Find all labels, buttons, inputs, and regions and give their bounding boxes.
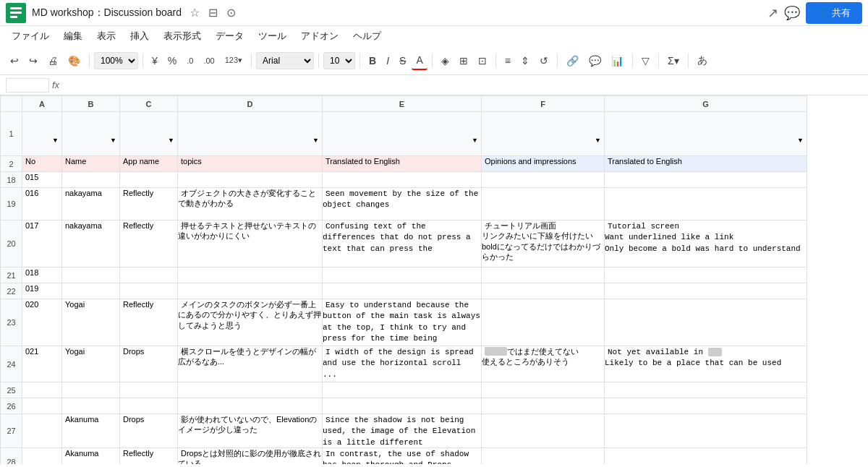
cell-d18[interactable] <box>178 172 323 188</box>
filter-icon-e1[interactable]: ▼ <box>472 137 478 144</box>
print-button[interactable]: 🖨 <box>43 52 62 69</box>
cell-c1[interactable]: ▼ <box>120 112 178 156</box>
text-rotate-button[interactable]: ↺ <box>535 52 553 69</box>
menu-addons[interactable]: アドオン <box>295 28 344 44</box>
zoom-select[interactable]: 100% <box>94 52 138 69</box>
percent-button[interactable]: % <box>163 52 181 69</box>
cell-e1[interactable]: ▼ <box>323 112 482 156</box>
menu-insert[interactable]: 挿入 <box>124 28 155 44</box>
bold-button[interactable]: B <box>365 52 380 69</box>
cell-c25[interactable] <box>120 382 178 398</box>
history-icon[interactable]: ⊙ <box>226 6 236 20</box>
filter-icon-g1[interactable]: ▼ <box>797 137 804 144</box>
menu-data[interactable]: データ <box>210 28 250 44</box>
cell-e25[interactable] <box>323 382 482 398</box>
paint-format-button[interactable]: 🎨 <box>64 52 85 69</box>
cell-g26[interactable] <box>605 398 807 414</box>
comment-button[interactable]: 💬 <box>584 52 605 69</box>
cell-d21[interactable] <box>178 267 323 283</box>
cell-a20[interactable]: 017 <box>22 220 62 267</box>
font-size-select[interactable]: 10 <box>323 52 355 69</box>
cell-f21[interactable] <box>482 267 605 283</box>
cell-b25[interactable] <box>62 382 120 398</box>
cell-d24[interactable]: 横スクロールを使うとデザインの幅が広がるなあ... <box>178 346 323 382</box>
borders-button[interactable]: ⊞ <box>455 52 472 69</box>
cell-e21[interactable] <box>323 267 482 283</box>
cell-c23[interactable]: Reflectly <box>120 299 178 346</box>
cell-c24[interactable]: Drops <box>120 346 178 382</box>
chat-icon[interactable]: 💬 <box>784 5 800 21</box>
cell-b23[interactable]: Yogai <box>62 299 120 346</box>
cell-a2[interactable]: No <box>22 156 62 172</box>
decimal-decrease-button[interactable]: .0 <box>182 53 197 68</box>
cell-e18[interactable] <box>323 172 482 188</box>
cell-d28[interactable]: Dropsとは対照的に影の使用が徹底されている <box>178 447 323 464</box>
filter-icon-b1[interactable]: ▼ <box>110 137 116 144</box>
cell-f1[interactable]: ▼ <box>482 112 605 156</box>
cell-d2[interactable]: topics <box>178 156 323 172</box>
cell-f2[interactable]: Opinions and impressions <box>482 156 605 172</box>
cell-c2[interactable]: App name <box>120 156 178 172</box>
cell-g24[interactable]: Not yet available in ███Likely to be a p… <box>605 346 807 382</box>
menu-file[interactable]: ファイル <box>6 28 55 44</box>
cell-c21[interactable] <box>120 267 178 283</box>
cell-e27[interactable]: Since the shadow is not being used, the … <box>323 414 482 448</box>
cell-f20[interactable]: チュートリアル画面リンクみたいに下線を付けたいboldになってるだけではわかりづ… <box>482 220 605 267</box>
cell-g21[interactable] <box>605 267 807 283</box>
merge-button[interactable]: ⊡ <box>474 52 491 69</box>
menu-help[interactable]: ヘルプ <box>347 28 387 44</box>
cell-d20[interactable]: 押せるテキストと押せないテキストの違いがわかりにくい <box>178 220 323 267</box>
cell-g25[interactable] <box>605 382 807 398</box>
filter-icon-f1[interactable]: ▼ <box>595 137 601 144</box>
cell-a21[interactable]: 018 <box>22 267 62 283</box>
cell-e26[interactable] <box>323 398 482 414</box>
decimal-increase-button[interactable]: .00 <box>199 53 218 68</box>
cell-b22[interactable] <box>62 283 120 299</box>
filter-icon-a1[interactable]: ▼ <box>52 137 59 144</box>
cell-g23[interactable] <box>605 299 807 346</box>
currency-button[interactable]: ¥ <box>148 52 162 69</box>
cell-a22[interactable]: 019 <box>22 283 62 299</box>
fill-color-button[interactable]: ◈ <box>437 52 454 69</box>
chart-button[interactable]: 📊 <box>607 52 628 69</box>
cell-a27[interactable] <box>22 414 62 448</box>
cell-d22[interactable] <box>178 283 323 299</box>
cell-e2[interactable]: Translated to English <box>323 156 482 172</box>
cell-e20[interactable]: Confusing text of the differences that d… <box>323 220 482 267</box>
cell-b2[interactable]: Name <box>62 156 120 172</box>
cell-d27[interactable]: 影が使われていないので、Elevationのイメージが少し違った <box>178 414 323 448</box>
cell-c28[interactable]: Reflectly <box>120 447 178 464</box>
cell-a26[interactable] <box>22 398 62 414</box>
menu-tools[interactable]: ツール <box>252 28 292 44</box>
cell-c26[interactable] <box>120 398 178 414</box>
cell-f28[interactable] <box>482 447 605 464</box>
cell-f25[interactable] <box>482 382 605 398</box>
cell-f18[interactable] <box>482 172 605 188</box>
cell-d19[interactable]: オブジェクトの大きさが変化することで動きがわかる <box>178 188 323 220</box>
cell-b19[interactable]: nakayama <box>62 188 120 220</box>
cell-f23[interactable] <box>482 299 605 346</box>
filter-icon-d1[interactable]: ▼ <box>312 137 319 144</box>
cell-b27[interactable]: Akanuma <box>62 414 120 448</box>
cell-f22[interactable] <box>482 283 605 299</box>
col-header-c[interactable]: C <box>120 96 178 112</box>
cell-c22[interactable] <box>120 283 178 299</box>
cell-b28[interactable]: Akanuma <box>62 447 120 464</box>
cell-a23[interactable]: 020 <box>22 299 62 346</box>
link-button[interactable]: 🔗 <box>562 52 583 69</box>
strikethrough-button[interactable]: S <box>395 52 410 69</box>
more-formats-button[interactable]: 123▾ <box>221 53 247 68</box>
cell-f19[interactable] <box>482 188 605 220</box>
font-select[interactable]: Arial <box>256 52 314 69</box>
sheet-container[interactable]: A B C D E F G 1 ▼ ▼ ▼ <box>0 95 868 464</box>
cell-g28[interactable] <box>605 447 807 464</box>
star-icon[interactable]: ☆ <box>190 6 200 20</box>
formula-input[interactable] <box>65 79 862 92</box>
cell-e28[interactable]: In contrast, the use of shadow has been … <box>323 447 482 464</box>
cell-e24[interactable]: I width of the design is spread and use … <box>323 346 482 382</box>
cell-b20[interactable]: nakayama <box>62 220 120 267</box>
redo-button[interactable]: ↪ <box>25 52 42 69</box>
menu-edit[interactable]: 編集 <box>58 28 88 44</box>
cell-g18[interactable] <box>605 172 807 188</box>
cell-g1[interactable]: ▼ <box>605 112 807 156</box>
